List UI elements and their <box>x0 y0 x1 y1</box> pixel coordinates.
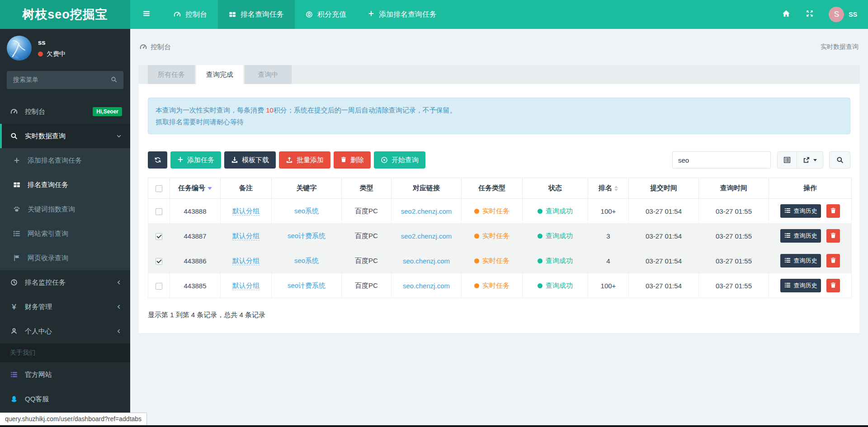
sidebar-item-finance[interactable]: ¥ 财务管理 <box>0 295 130 319</box>
delete-row-button[interactable] <box>826 254 840 267</box>
search-icon <box>836 156 844 164</box>
sidebar-item-rank-monitor-tasks[interactable]: 排名监控任务 <box>0 270 130 295</box>
row-checkbox[interactable] <box>156 283 162 290</box>
batch-add-button[interactable]: 批量添加 <box>279 151 330 169</box>
flag-icon <box>12 254 22 262</box>
group-link[interactable]: 默认分组 <box>232 232 259 240</box>
topnav-label: 积分充值 <box>317 10 346 19</box>
url-link[interactable]: seo2.chenzj.com <box>401 232 452 240</box>
url-link[interactable]: seo.chenzj.com <box>403 282 450 290</box>
col-rank[interactable]: 排名 <box>588 178 629 199</box>
window-bottom-edge <box>0 425 868 427</box>
columns-toggle-button[interactable] <box>778 152 797 168</box>
keyword-link[interactable]: seo计费系统 <box>288 282 326 289</box>
keyword-link[interactable]: seo计费系统 <box>288 232 326 239</box>
chevron-down-icon <box>116 133 122 139</box>
topnav-item-points-recharge[interactable]: 积分充值 <box>295 0 357 29</box>
group-link[interactable]: 默认分组 <box>232 257 259 265</box>
sidebar-item-rank-query-tasks[interactable]: 排名查询任务 <box>0 173 130 197</box>
topnav-item-console[interactable]: 控制台 <box>163 0 218 29</box>
sidebar-item-official-site[interactable]: 官方网站 <box>0 362 130 387</box>
plus-icon <box>177 156 184 164</box>
start-query-button[interactable]: 开始查询 <box>374 151 425 169</box>
sidebar-toggle-button[interactable] <box>130 0 163 29</box>
sidebar-search-placeholder: 搜索菜单 <box>13 76 38 84</box>
keyword-link[interactable]: seo系统 <box>294 207 319 215</box>
topnav-item-rank-query-tasks[interactable]: 排名查询任务 <box>218 0 295 29</box>
row-checkbox[interactable] <box>156 233 162 240</box>
button-label: 模板下载 <box>242 156 269 164</box>
greeting-badge: Hi,Seoer <box>93 107 122 116</box>
template-download-button[interactable]: 模板下载 <box>224 151 276 169</box>
cell-remark: 默认分组 <box>221 249 272 273</box>
search-submit-button[interactable] <box>829 151 850 169</box>
sidebar-item-console[interactable]: 控制台 Hi,Seoer <box>0 99 130 124</box>
sidebar-item-site-index-query[interactable]: 网站索引查询 <box>0 221 130 246</box>
tab-query-complete[interactable]: 查询完成 <box>196 65 243 84</box>
url-link[interactable]: seo.chenzj.com <box>403 257 450 265</box>
tab-query-in-progress[interactable]: 查询中 <box>245 65 292 84</box>
group-link[interactable]: 默认分组 <box>232 207 259 216</box>
home-button[interactable] <box>774 0 798 29</box>
paw-icon <box>12 206 22 213</box>
cell-status: 查询成功 <box>523 224 588 249</box>
username-label[interactable]: SS <box>849 11 857 18</box>
sidebar-section-about: 关于我们 <box>0 343 130 362</box>
add-task-button[interactable]: 添加任务 <box>170 151 221 169</box>
ordered-list-icon <box>12 230 22 237</box>
row-checkbox[interactable] <box>156 258 162 265</box>
list-icon <box>784 232 791 240</box>
sidebar-submenu-wrap: 添加排名查询任务 排名查询任务 关键词指数查询 <box>0 148 130 270</box>
trash-icon <box>830 207 836 215</box>
link-preview-statusbar: query.shuzhikj.com/user/dashboard?ref=ad… <box>0 413 147 425</box>
fullscreen-button[interactable] <box>798 0 821 29</box>
chevron-left-icon <box>116 328 122 334</box>
breadcrumb[interactable]: 控制台 <box>140 43 171 52</box>
sidebar-item-label: 排名查询任务 <box>28 181 68 189</box>
task-type-label: 实时任务 <box>482 207 509 215</box>
query-history-button[interactable]: 查询历史 <box>780 204 821 218</box>
url-link[interactable]: seo2.chenzj.com <box>401 207 452 215</box>
group-link[interactable]: 默认分组 <box>232 282 259 290</box>
button-label: 删除 <box>350 156 364 164</box>
delete-row-button[interactable] <box>826 279 840 292</box>
table-options-group <box>777 151 823 169</box>
qq-icon <box>9 395 19 403</box>
main-content: 控制台 实时数据查询 所有任务 查询完成 查询中 本查询为一次性实时查询，每条消… <box>130 29 868 425</box>
delete-button[interactable]: 删除 <box>334 151 371 169</box>
user-profile-avatar[interactable] <box>7 36 32 61</box>
topnav-item-add-rank-query-task[interactable]: 添加排名查询任务 <box>357 0 448 29</box>
sidebar-item-page-inclusion-query[interactable]: 网页收录查询 <box>0 246 130 270</box>
search-icon <box>9 132 19 140</box>
sidebar-item-profile[interactable]: 个人中心 <box>0 319 130 343</box>
query-history-button[interactable]: 查询历史 <box>780 229 821 243</box>
refresh-button[interactable] <box>148 151 167 169</box>
user-avatar-badge[interactable]: S <box>829 7 844 22</box>
delete-row-button[interactable] <box>826 229 840 243</box>
trash-icon <box>830 232 836 240</box>
export-button[interactable] <box>797 152 823 168</box>
cell-rank: 3 <box>588 224 629 249</box>
row-checkbox[interactable] <box>156 208 162 215</box>
keyword-link[interactable]: seo系统 <box>294 257 319 264</box>
query-history-label: 查询历史 <box>793 257 817 265</box>
sidebar-item-add-rank-query-task[interactable]: 添加排名查询任务 <box>0 148 130 173</box>
table-search-input[interactable] <box>672 151 771 169</box>
cell-remark: 默认分组 <box>221 224 272 249</box>
sidebar-search-input[interactable]: 搜索菜单 <box>7 71 123 89</box>
select-all-checkbox[interactable] <box>156 185 162 192</box>
tab-all-tasks[interactable]: 所有任务 <box>148 65 195 84</box>
query-history-button[interactable]: 查询历史 <box>780 254 821 267</box>
sidebar-item-qq-support[interactable]: QQ客服 <box>0 387 130 411</box>
sidebar-submenu: 添加排名查询任务 排名查询任务 关键词指数查询 <box>0 148 130 270</box>
sidebar-item-realtime-data-query[interactable]: 实时数据查询 <box>0 124 130 148</box>
col-task-id[interactable]: 任务编号 <box>170 178 221 199</box>
topnav-label: 排名查询任务 <box>241 10 284 19</box>
cell-query-time: 03-27 01:55 <box>699 224 769 249</box>
app-logo[interactable]: 树枝seo挖掘宝 <box>0 0 130 29</box>
cell-status: 查询成功 <box>523 273 588 298</box>
delete-row-button[interactable] <box>826 204 840 218</box>
sidebar-user-panel: ss 欠费中 <box>0 29 130 67</box>
query-history-button[interactable]: 查询历史 <box>780 279 821 292</box>
sidebar-item-keyword-index-query[interactable]: 关键词指数查询 <box>0 197 130 221</box>
